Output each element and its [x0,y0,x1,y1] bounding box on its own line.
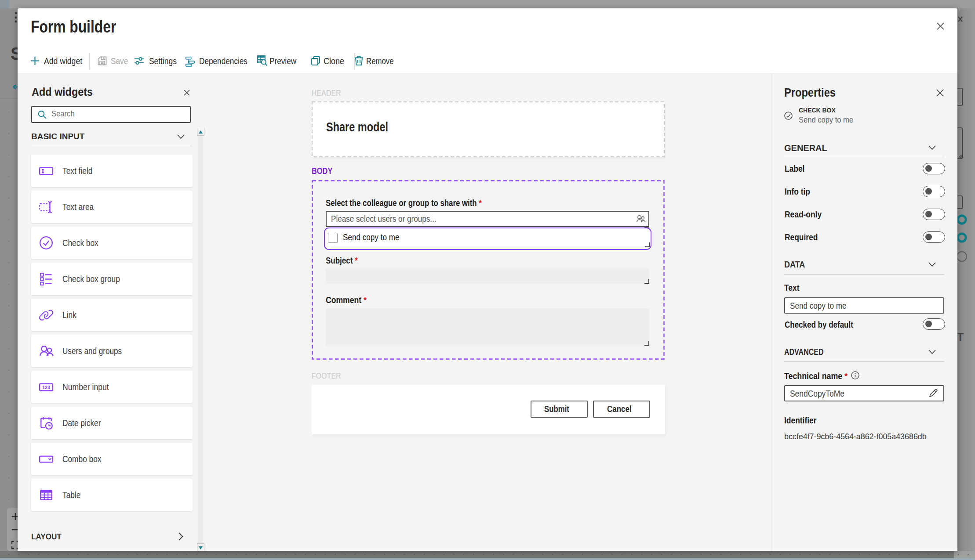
svg-text:123: 123 [42,385,50,390]
svg-text:T: T [957,331,964,343]
